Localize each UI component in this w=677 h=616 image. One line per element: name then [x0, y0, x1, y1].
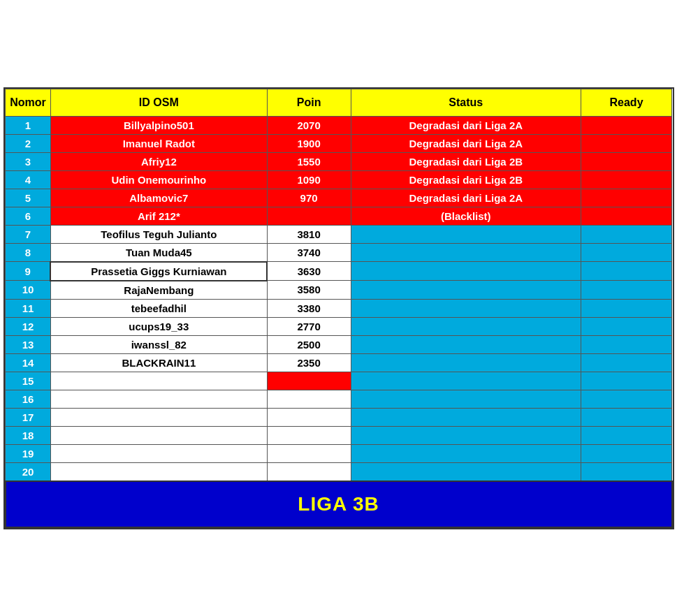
cell-nomor: 11	[6, 299, 51, 317]
cell-nomor: 4	[6, 170, 51, 189]
cell-ready	[581, 189, 672, 207]
cell-status	[351, 225, 581, 243]
cell-id: ucups19_33	[50, 317, 267, 335]
cell-status: Degradasi dari Liga 2A	[351, 116, 581, 134]
cell-poin: 2070	[267, 116, 351, 134]
cell-ready	[581, 152, 672, 170]
table-row: 9Prassetia Giggs Kurniawan3630	[6, 262, 672, 281]
table-row: 18	[6, 426, 672, 444]
cell-ready	[581, 353, 672, 372]
cell-id: Afriy12	[50, 152, 267, 170]
cell-poin	[267, 408, 351, 426]
cell-status	[351, 444, 581, 462]
cell-poin: 2350	[267, 353, 351, 372]
table-row: 10RajaNembang3580	[6, 281, 672, 300]
cell-status: Degradasi dari Liga 2B	[351, 152, 581, 170]
cell-status	[351, 262, 581, 281]
table-row: 16	[6, 390, 672, 408]
cell-status: Degradasi dari Liga 2A	[351, 189, 581, 207]
cell-poin: 3380	[267, 299, 351, 317]
table-row: 2Imanuel Radot1900Degradasi dari Liga 2A	[6, 134, 672, 152]
cell-nomor: 12	[6, 317, 51, 335]
cell-id: Albamovic7	[50, 189, 267, 207]
cell-id	[50, 408, 267, 426]
cell-nomor: 10	[6, 281, 51, 300]
table-row: 19	[6, 444, 672, 462]
table-row: 6Arif 212*(Blacklist)	[6, 207, 672, 225]
cell-ready	[581, 116, 672, 134]
cell-poin	[267, 372, 351, 390]
cell-status	[351, 353, 581, 372]
cell-status	[351, 408, 581, 426]
cell-poin: 1090	[267, 170, 351, 189]
cell-status	[351, 426, 581, 444]
cell-nomor: 15	[6, 372, 51, 390]
cell-poin	[267, 207, 351, 225]
cell-poin: 3740	[267, 243, 351, 262]
cell-status	[351, 335, 581, 353]
table-row: 3Afriy121550Degradasi dari Liga 2B	[6, 152, 672, 170]
cell-status	[351, 390, 581, 408]
table-row: 13iwanssl_822500	[6, 335, 672, 353]
cell-poin: 2500	[267, 335, 351, 353]
table-row: 4Udin Onemourinho1090Degradasi dari Liga…	[6, 170, 672, 189]
cell-ready	[581, 317, 672, 335]
cell-poin: 3630	[267, 262, 351, 281]
cell-ready	[581, 281, 672, 300]
cell-poin	[267, 462, 351, 481]
cell-poin: 1550	[267, 152, 351, 170]
cell-poin: 3580	[267, 281, 351, 300]
cell-nomor: 2	[6, 134, 51, 152]
cell-status	[351, 281, 581, 300]
cell-nomor: 20	[6, 462, 51, 481]
cell-nomor: 1	[6, 116, 51, 134]
cell-status	[351, 372, 581, 390]
cell-poin	[267, 426, 351, 444]
cell-id: BLACKRAIN11	[50, 353, 267, 372]
cell-ready	[581, 390, 672, 408]
cell-poin	[267, 390, 351, 408]
cell-ready	[581, 299, 672, 317]
cell-ready	[581, 243, 672, 262]
cell-ready	[581, 170, 672, 189]
table-body: 1Billyalpino5012070Degradasi dari Liga 2…	[6, 116, 672, 481]
cell-id: Teofilus Teguh Julianto	[50, 225, 267, 243]
cell-ready	[581, 207, 672, 225]
main-table-wrapper: Nomor ID OSM Poin Status Ready 1Billyalp…	[3, 87, 674, 529]
cell-nomor: 8	[6, 243, 51, 262]
cell-nomor: 18	[6, 426, 51, 444]
cell-poin	[267, 444, 351, 462]
table-row: 20	[6, 462, 672, 481]
cell-ready	[581, 134, 672, 152]
cell-status: Degradasi dari Liga 2A	[351, 134, 581, 152]
cell-ready	[581, 372, 672, 390]
cell-status	[351, 462, 581, 481]
cell-ready	[581, 426, 672, 444]
table-row: 1Billyalpino5012070Degradasi dari Liga 2…	[6, 116, 672, 134]
cell-ready	[581, 462, 672, 481]
header-poin: Poin	[267, 89, 351, 116]
cell-poin: 970	[267, 189, 351, 207]
header-ready: Ready	[581, 89, 672, 116]
cell-id: Prassetia Giggs Kurniawan	[50, 262, 267, 281]
cell-nomor: 9	[6, 262, 51, 281]
table-row: 17	[6, 408, 672, 426]
cell-ready	[581, 335, 672, 353]
cell-nomor: 14	[6, 353, 51, 372]
footer-row: LIGA 3B	[6, 481, 672, 527]
footer-label: LIGA 3B	[6, 481, 672, 527]
cell-id	[50, 462, 267, 481]
cell-status: (Blacklist)	[351, 207, 581, 225]
cell-id: iwanssl_82	[50, 335, 267, 353]
cell-id: Arif 212*	[50, 207, 267, 225]
table-row: 8Tuan Muda453740	[6, 243, 672, 262]
cell-status	[351, 317, 581, 335]
cell-id: Billyalpino501	[50, 116, 267, 134]
table-row: 12ucups19_332770	[6, 317, 672, 335]
cell-poin: 1900	[267, 134, 351, 152]
cell-id: Tuan Muda45	[50, 243, 267, 262]
table-row: 5Albamovic7970Degradasi dari Liga 2A	[6, 189, 672, 207]
cell-poin: 2770	[267, 317, 351, 335]
cell-nomor: 6	[6, 207, 51, 225]
table-row: 14BLACKRAIN112350	[6, 353, 672, 372]
